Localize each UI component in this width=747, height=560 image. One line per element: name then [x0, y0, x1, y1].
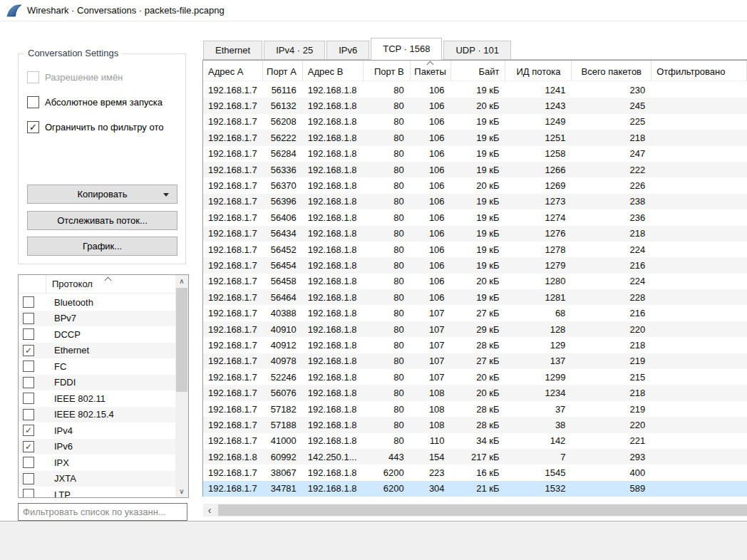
table-row[interactable]: 192.168.1.756396192.168.1.88010619 кБ127… [203, 194, 747, 209]
h-scrollbar[interactable]: ‹ [203, 504, 747, 517]
protocol-checkbox[interactable] [23, 425, 34, 436]
table-row[interactable]: 192.168.1.756132192.168.1.88010620 кБ124… [203, 98, 747, 113]
column-header[interactable]: ИД потока [505, 61, 572, 81]
protocol-checkbox[interactable] [23, 457, 34, 468]
protocol-checkbox[interactable] [23, 361, 34, 372]
protocol-row[interactable]: BPv7 [19, 311, 175, 327]
table-row[interactable]: 192.168.1.741000192.168.1.88011034 кБ142… [203, 433, 747, 449]
table-cell: 106 [411, 228, 451, 239]
graph-button[interactable]: График... [27, 237, 177, 256]
table-row[interactable]: 192.168.1.756336192.168.1.88010619 кБ126… [203, 162, 747, 177]
table-row[interactable]: 192.168.1.860992142.250.1...443154217 кБ… [203, 449, 747, 465]
table-cell: 38067 [263, 467, 303, 478]
table-row[interactable]: 192.168.1.756406192.168.1.88010619 кБ127… [203, 209, 747, 225]
protocol-checkbox[interactable] [23, 313, 34, 324]
table-cell: 29 кБ [451, 324, 506, 335]
h-scrollbar-thumb[interactable] [218, 504, 747, 516]
table-row[interactable]: 192.168.1.756452192.168.1.88010619 кБ127… [203, 242, 747, 257]
protocol-row[interactable]: IEEE 802.11 [19, 390, 175, 407]
table-row[interactable]: 192.168.1.738067192.168.1.8620022316 кБ1… [203, 465, 747, 480]
protocol-row[interactable]: IEEE 802.15.4 [19, 407, 175, 423]
tab-tcp[interactable]: TCP · 1568 [371, 38, 442, 60]
table-cell: 192.168.1.7 [203, 404, 263, 415]
protocol-row[interactable]: IPX [19, 455, 175, 471]
tab-udp[interactable]: UDP · 101 [443, 41, 510, 59]
protocol-checkbox[interactable] [23, 377, 34, 388]
table-row[interactable]: 192.168.1.740912192.168.1.88010728 кБ129… [203, 337, 747, 353]
protocol-checkbox[interactable] [23, 393, 34, 404]
table-row[interactable]: 192.168.1.756454192.168.1.88010619 кБ127… [203, 257, 747, 273]
table-cell: 218 [572, 340, 651, 351]
table-row[interactable]: 192.168.1.756284192.168.1.88010619 кБ125… [203, 146, 747, 162]
table-row[interactable]: 192.168.1.756434192.168.1.88010619 кБ127… [203, 226, 747, 242]
table-row[interactable]: 192.168.1.740388192.168.1.88010727 кБ682… [203, 305, 747, 321]
table-row[interactable]: 192.168.1.756222192.168.1.88010619 кБ125… [203, 130, 747, 145]
table-cell: 304 [411, 483, 451, 494]
copy-button[interactable]: Копировать [27, 185, 177, 204]
table-cell: 40910 [263, 324, 303, 335]
scrollbar-thumb[interactable] [176, 288, 187, 392]
protocol-checkbox[interactable] [23, 489, 34, 497]
protocol-row[interactable]: FDDI [19, 375, 175, 391]
table-row[interactable]: 192.168.1.740910192.168.1.88010729 кБ128… [203, 321, 747, 337]
column-header[interactable]: Всего пакетов [572, 61, 651, 81]
protocol-checkbox[interactable] [23, 328, 34, 340]
protocol-scrollbar[interactable]: ∧ ∨ [175, 275, 188, 497]
table-row[interactable]: 192.168.1.740978192.168.1.88010727 кБ137… [203, 353, 747, 369]
tab-ethernet[interactable]: Ethernet [203, 41, 262, 59]
tab-ipv4[interactable]: IPv4 · 25 [264, 41, 325, 59]
column-header[interactable]: Порт A [263, 61, 303, 81]
checkbox-name-resolution[interactable]: Разрешение имён [27, 71, 123, 83]
table-row[interactable]: 192.168.1.756464192.168.1.88010619 кБ128… [203, 289, 747, 305]
protocol-checkbox[interactable] [23, 345, 34, 356]
checkbox-column-header[interactable] [19, 275, 46, 293]
protocol-checkbox[interactable] [23, 409, 34, 420]
protocol-checkbox[interactable] [23, 441, 34, 452]
protocol-checkbox[interactable] [23, 296, 34, 308]
table-cell: 192.168.1.8 [303, 324, 364, 335]
follow-stream-button[interactable]: Отслеживать поток... [27, 211, 177, 230]
checkbox-absolute-start-time[interactable]: Абсолютное время запуска [27, 95, 163, 108]
table-row[interactable]: 192.168.1.756458192.168.1.88010620 кБ128… [203, 274, 747, 289]
protocol-row[interactable]: DCCP [19, 326, 175, 343]
table-row[interactable]: 192.168.1.734781192.168.1.8620030421 кБ1… [203, 481, 747, 497]
column-header[interactable]: Байт [451, 61, 506, 81]
protocol-row[interactable]: IPv4 [19, 422, 175, 439]
table-row[interactable]: 192.168.1.756208192.168.1.88010619 кБ124… [203, 114, 747, 130]
checkbox-icon[interactable] [27, 71, 39, 83]
protocol-row[interactable]: LTP [19, 487, 175, 497]
table-cell: 80 [364, 372, 411, 383]
table-cell: 192.168.1.7 [203, 292, 263, 303]
checkbox-limit-to-display-filter[interactable]: Ограничить по фильтру ото [27, 120, 163, 133]
column-header[interactable]: Адрес B [303, 61, 364, 81]
table-row[interactable]: 192.168.1.756076192.168.1.88010820 кБ123… [203, 385, 747, 400]
table-cell: 1276 [505, 228, 572, 239]
protocol-checkbox[interactable] [23, 473, 34, 484]
protocol-row[interactable]: JXTA [19, 471, 175, 487]
table-row[interactable]: 192.168.1.752246192.168.1.88010720 кБ129… [203, 369, 747, 385]
table-row[interactable]: 192.168.1.757188192.168.1.88010828 кБ382… [203, 417, 747, 432]
table-cell: 129 [505, 340, 572, 351]
checkbox-icon[interactable] [27, 121, 39, 133]
protocol-list-header[interactable]: Протокол [19, 275, 188, 294]
scroll-left-icon[interactable]: ‹ [203, 504, 216, 517]
checkbox-icon[interactable] [27, 96, 39, 108]
column-header[interactable]: Отфильтровано [651, 61, 747, 81]
column-header[interactable]: Порт B [364, 61, 411, 81]
scroll-up-icon[interactable]: ∧ [175, 275, 188, 287]
protocol-row[interactable]: Ethernet [19, 343, 175, 359]
table-row[interactable]: 192.168.1.756116192.168.1.88010619 кБ124… [203, 82, 747, 98]
table-cell: 57182 [263, 404, 303, 415]
column-header[interactable]: Адрес A [203, 61, 263, 81]
table-cell: 192.168.1.7 [203, 180, 263, 191]
protocol-column-header[interactable]: Протокол [46, 275, 93, 293]
protocol-row[interactable]: IPv6 [19, 439, 175, 455]
tab-ipv6[interactable]: IPv6 [326, 41, 369, 59]
scroll-down-icon[interactable]: ∨ [175, 485, 188, 497]
table-cell: 192.168.1.7 [203, 228, 263, 239]
table-row[interactable]: 192.168.1.756370192.168.1.88010620 кБ126… [203, 177, 747, 193]
protocol-row[interactable]: Bluetooth [19, 294, 175, 311]
protocol-row[interactable]: FC [19, 358, 175, 375]
table-row[interactable]: 192.168.1.757182192.168.1.88010828 кБ372… [203, 401, 747, 417]
protocol-filter-input[interactable] [18, 503, 187, 521]
